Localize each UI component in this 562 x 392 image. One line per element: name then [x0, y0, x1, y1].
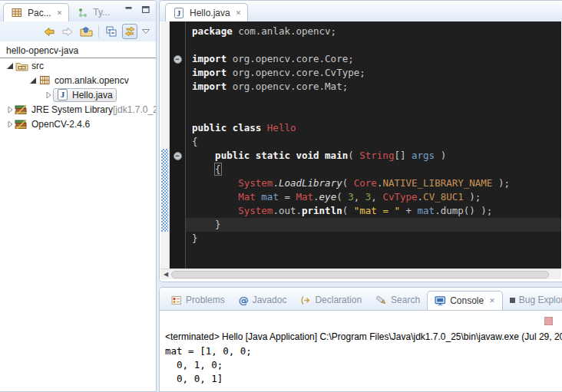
close-icon[interactable]: ✕: [234, 9, 242, 17]
scroll-left-icon[interactable]: ◀: [160, 271, 171, 278]
expand-arrow-icon[interactable]: [44, 91, 53, 99]
type-hierarchy-icon: [75, 8, 89, 18]
editor-tabstrip: J Hello.java ✕: [160, 1, 562, 21]
code-line-7[interactable]: [186, 107, 561, 121]
expand-arrow-icon[interactable]: [5, 106, 15, 114]
bottom-tab-javadoc[interactable]: @Javadoc: [232, 290, 294, 310]
console-process-title: <terminated> Hello [Java Application] C:…: [160, 311, 562, 344]
diff-change-indicator: [161, 149, 168, 232]
tree-item-label: com.anlak.opencv: [51, 75, 129, 86]
java-file-icon: J: [172, 8, 186, 18]
code-line-6[interactable]: [186, 94, 561, 107]
javadoc-icon: @: [239, 295, 249, 306]
bottom-tab-problems[interactable]: Problems: [164, 290, 232, 310]
tree-item-label: JRE System Library: [28, 104, 113, 115]
svg-text:J: J: [60, 90, 64, 99]
problems-icon: [171, 295, 182, 305]
editor-view: J Hello.java ✕ −− package com.anlak.open…: [159, 0, 562, 282]
package-icon: [38, 75, 51, 85]
tree-item-hello-opencv-java[interactable]: hello-opencv-java: [0, 44, 156, 58]
fold-collapse-icon[interactable]: −: [174, 55, 182, 64]
link-with-editor-icon[interactable]: [122, 24, 137, 39]
bottom-tab-search[interactable]: Search: [369, 290, 427, 310]
bottom-tab-label: Declaration: [315, 295, 362, 305]
tree-item-label: src: [28, 61, 44, 71]
code-line-8[interactable]: public class Hello: [186, 121, 561, 135]
console-output-line: 0, 1, 0;: [165, 358, 562, 372]
maximize-icon[interactable]: [142, 6, 150, 13]
tree-item-opencv-2-4-6[interactable]: OpenCV-2.4.6: [0, 117, 156, 131]
library-icon: [15, 119, 28, 130]
tree-item-label: Hello.java: [69, 90, 113, 100]
code-line-3[interactable]: import org.opencv.core.Core;: [186, 52, 561, 66]
code-line-14[interactable]: System.out.println( "mat = " + mat.dump(…: [186, 204, 561, 218]
close-icon[interactable]: ✕: [55, 9, 63, 17]
code-area[interactable]: package com.anlak.opencv;import org.open…: [186, 21, 561, 268]
package-explorer-tabstrip: Pac... ✕ Ty...: [0, 1, 156, 21]
back-icon[interactable]: [41, 24, 57, 39]
package-explorer-view: Pac... ✕ Ty...: [0, 0, 157, 392]
package-folder-icon: [15, 61, 28, 71]
folding-gutter[interactable]: −−: [170, 21, 186, 268]
code-line-10[interactable]: public static void main( String[] args ): [186, 149, 561, 163]
collapse-arrow-icon[interactable]: [5, 62, 15, 70]
code-line-1[interactable]: package com.anlak.opencv;: [186, 25, 561, 38]
code-line-11[interactable]: {: [186, 163, 561, 176]
bottom-tab-console[interactable]: Console✕: [427, 291, 503, 311]
tree-item-label: hello-opencv-java: [3, 45, 78, 56]
up-folder-icon[interactable]: [78, 24, 94, 39]
toolbar-separator: [98, 25, 99, 38]
editor-tab-label: Hello.java: [190, 8, 230, 18]
declaration-icon: [300, 295, 311, 305]
tree-item-jre-system-library[interactable]: JRE System Library [jdk1.7.0_25]: [0, 102, 156, 117]
terminate-icon[interactable]: [544, 317, 553, 325]
tree-item-label: OpenCV-2.4.6: [28, 119, 90, 130]
minimize-icon[interactable]: [125, 6, 133, 13]
package-explorer-toolbar: [0, 21, 156, 41]
code-line-13[interactable]: Mat mat = Mat.eye( 3, 3, CvType.CV_8UC1 …: [186, 190, 561, 204]
bottom-tab-label: Console: [450, 295, 484, 306]
editor-horizontal-scrollbar[interactable]: ◀: [160, 268, 561, 279]
bottom-tab-label: Bug Explorer: [519, 295, 562, 305]
editor-tab-hello-java[interactable]: J Hello.java ✕: [165, 3, 248, 21]
code-line-16[interactable]: }: [186, 232, 561, 245]
tree-item-src[interactable]: src: [0, 58, 156, 73]
code-line-4[interactable]: import org.opencv.core.CvType;: [186, 66, 561, 80]
collapse-all-icon[interactable]: [104, 24, 119, 39]
package-explorer-header: Pac... ✕ Ty...: [0, 1, 156, 41]
scrollbar-thumb[interactable]: [171, 271, 549, 278]
search-icon: [375, 295, 387, 305]
code-line-5[interactable]: import org.opencv.core.Mat;: [186, 80, 561, 94]
package-explorer-icon: [10, 8, 24, 18]
forward-icon[interactable]: [60, 24, 75, 39]
bottom-tab-label: Javadoc: [253, 295, 287, 305]
selected-tree-item: JHello.java: [53, 88, 117, 102]
tab-label: Ty...: [93, 7, 110, 18]
code-line-12[interactable]: System.LoadLibrary( Core.NATIVE_LIBRARY_…: [186, 176, 561, 190]
bottom-tab-declaration[interactable]: Declaration: [293, 290, 369, 310]
tab-type-hierarchy[interactable]: Ty...: [69, 3, 116, 21]
collapse-arrow-icon[interactable]: [28, 77, 38, 84]
console-content: <terminated> Hello [Java Application] C:…: [160, 311, 562, 392]
bottom-panel-tabstrip: Problems@JavadocDeclarationSearchConsole…: [160, 288, 562, 311]
bottom-panel-view: Problems@JavadocDeclarationSearchConsole…: [159, 287, 562, 392]
bottom-tab-label: Search: [391, 295, 420, 305]
console-output-line: mat = [1, 0, 0;: [165, 344, 562, 358]
package-explorer-tree: hello-opencv-javasrccom.anlak.opencvJHel…: [0, 41, 156, 131]
tree-item-com-anlak-opencv[interactable]: com.anlak.opencv: [0, 73, 156, 87]
tab-package-explorer[interactable]: Pac... ✕: [3, 3, 69, 21]
code-editor[interactable]: −− package com.anlak.opencv;import org.o…: [160, 21, 561, 268]
close-icon[interactable]: ✕: [488, 297, 495, 305]
code-line-9[interactable]: {: [186, 135, 561, 149]
bottom-tab-bug-explorer[interactable]: Bug Explorer: [503, 290, 562, 310]
tree-item-hello-java[interactable]: JHello.java: [0, 87, 156, 102]
code-line-2[interactable]: [186, 38, 561, 52]
expand-arrow-icon[interactable]: [5, 120, 15, 128]
view-menu-icon[interactable]: [140, 24, 151, 39]
code-line-15[interactable]: }: [186, 218, 561, 232]
annotation-ruler[interactable]: [160, 21, 170, 268]
console-output[interactable]: mat = [1, 0, 0; 0, 1, 0; 0, 0, 1]: [160, 344, 562, 386]
fold-collapse-icon[interactable]: −: [174, 152, 182, 160]
java-file-icon: J: [55, 89, 69, 100]
console-icon: [435, 296, 446, 306]
